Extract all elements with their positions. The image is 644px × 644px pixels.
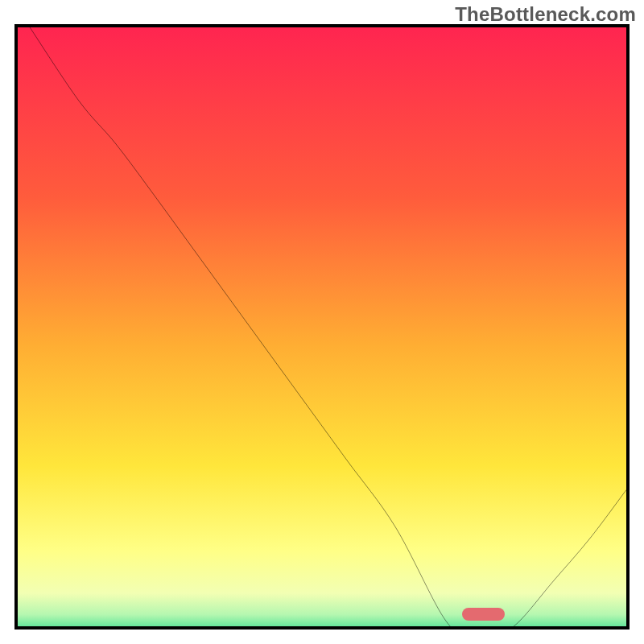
watermark-text: TheBottleneck.com — [455, 3, 636, 26]
bottleneck-curve — [18, 27, 626, 630]
optimal-range-marker — [462, 608, 505, 621]
chart-container: TheBottleneck.com — [0, 0, 644, 644]
plot-area — [14, 24, 630, 630]
